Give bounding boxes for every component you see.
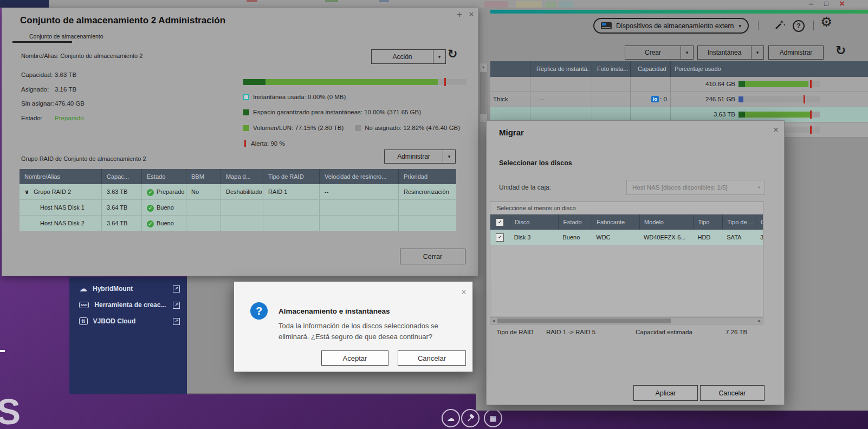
col-header[interactable]: Tipo de ...: [722, 214, 756, 230]
col-header[interactable]: Capacidad: [638, 66, 669, 72]
cell-replica: --: [540, 96, 545, 102]
raid-manage-button[interactable]: Administrar ▾: [384, 150, 456, 164]
raid-manage-label: Administrar: [385, 153, 443, 160]
refresh-icon[interactable]: ↻: [448, 47, 457, 61]
tab-storage-pool[interactable]: Conjunto de almacenamiento: [29, 33, 103, 40]
table-row[interactable]: ✓Disk 3BuenoWDCWD40EFZX-6...HDDSATA3.: [490, 230, 763, 245]
table-cell: ✓Bueno: [142, 200, 186, 215]
legend-label: Espacio garantizado para instantáneas: 1…: [253, 109, 421, 115]
snapshot-button[interactable]: Instantánea ▾: [697, 46, 764, 60]
col-header[interactable]: BBM: [186, 169, 221, 184]
close-icon[interactable]: ×: [773, 125, 779, 134]
usage-bar: [739, 112, 820, 118]
external-link-icon[interactable]: ↗: [173, 285, 180, 292]
pool-usage-bar: [243, 79, 467, 85]
migrate-title: Migrar: [499, 128, 524, 137]
col-header[interactable]: Tipo: [693, 214, 722, 230]
table-row[interactable]: Host NAS Disk 13.64 TB✓Bueno: [20, 200, 456, 216]
enclosure-label: Unidad de la caja:: [499, 184, 551, 191]
expand-chevron-icon[interactable]: ∨: [24, 188, 29, 195]
alert-swatch: [244, 140, 246, 147]
col-header[interactable]: Modelo: [639, 214, 694, 230]
pool-admin-dialog: + × Conjunto de almacenamiento 2 Adminis…: [2, 8, 478, 276]
window-maximize-button[interactable]: □: [824, 0, 828, 8]
close-button[interactable]: Cerrar: [400, 249, 465, 264]
table-cell: Resincronización: [399, 184, 456, 199]
col-header[interactable]: Ca...: [756, 214, 763, 230]
stat-value: 3.16 TB: [55, 86, 76, 93]
add-tab-icon[interactable]: +: [457, 9, 462, 20]
col-header[interactable]: Prioridad: [399, 169, 456, 184]
sidebar-item-herramienta-de-creac-[interactable]: SSDHerramienta de creac...↗: [79, 298, 180, 312]
cell-capacity: 3.63 TB: [681, 111, 735, 118]
col-header[interactable]: Estado: [558, 214, 592, 230]
cloud-icon[interactable]: ☁: [442, 409, 460, 427]
col-header[interactable]: Nombre/Alias: [20, 169, 102, 184]
snapshot-label: Instantánea: [698, 49, 751, 56]
col-header[interactable]: Mapa d...: [221, 169, 263, 184]
cancel-button[interactable]: Cancelar: [700, 385, 765, 401]
chevron-down-icon: ▾: [443, 150, 455, 163]
external-devices-button[interactable]: Dispositivos de almacenamiento externos …: [593, 18, 749, 34]
scroll-up-icon[interactable]: ▲: [480, 63, 487, 71]
external-link-icon[interactable]: ↗: [173, 318, 180, 325]
cursor-dash: [0, 350, 5, 352]
app-sidebar: ☁HybridMount↗SSDHerramienta de creac...↗…: [69, 277, 187, 394]
scrollbar-thumb[interactable]: [497, 318, 671, 323]
col-header[interactable]: Fabricante: [592, 214, 639, 230]
horizontal-scrollbar[interactable]: ◄ ►: [490, 317, 763, 324]
magic-wand-icon[interactable]: [773, 18, 786, 34]
table-row[interactable]: Thick--Io : 0246.51 GB: [490, 92, 868, 107]
create-button[interactable]: Crear ▾: [625, 46, 694, 60]
sidebar-item-hybridmount[interactable]: ☁HybridMount↗: [79, 282, 180, 296]
col-header[interactable]: Porcentaje usado: [675, 66, 721, 72]
col-header[interactable]: Tipo de RAID: [263, 169, 320, 184]
help-icon[interactable]: ?: [793, 20, 805, 32]
unallocated-swatch: [355, 125, 361, 131]
apply-button[interactable]: Aplicar: [633, 385, 698, 401]
external-link-icon[interactable]: ↗: [173, 302, 180, 309]
table-cell: RAID 1: [263, 184, 320, 199]
table-row[interactable]: 410.64 GB: [490, 77, 868, 92]
cancel-button[interactable]: Cancelar: [398, 350, 466, 366]
col-header[interactable]: Disco: [510, 214, 559, 230]
table-cell: WDC: [592, 230, 639, 245]
action-button[interactable]: Acción ▾: [371, 49, 446, 64]
col-header[interactable]: Réplica de instantá...: [536, 66, 590, 72]
stat-label: Asignado:: [21, 86, 55, 93]
scrollbar-thumb[interactable]: [480, 72, 487, 114]
manage-button[interactable]: Administrar: [768, 46, 824, 60]
scroll-right-icon[interactable]: ►: [757, 318, 762, 323]
scroll-left-icon[interactable]: ◄: [491, 318, 496, 323]
table-row[interactable]: Host NAS Disk 23.64 TB✓Bueno: [20, 216, 456, 231]
col-header[interactable]: Foto insta...: [597, 66, 629, 72]
col-header[interactable]: Velocidad de resincro...: [320, 169, 399, 184]
stat-row: Sin asignar:476.40 GB: [21, 100, 85, 107]
usage-bar: [739, 81, 820, 87]
col-header[interactable]: Estado: [142, 169, 186, 184]
table-cell: Host NAS Disk 1: [20, 200, 102, 215]
sidebar-item-vjbod-cloud[interactable]: ⇅VJBOD Cloud↗: [79, 314, 180, 328]
refresh-icon[interactable]: ↻: [835, 43, 846, 58]
table-cell: Disk 3: [510, 230, 559, 245]
bar-segment: [739, 112, 745, 118]
pool-name-line: Nombre/Alias: Conjunto de almacenamiento…: [21, 53, 142, 59]
window-minimize-button[interactable]: –: [809, 0, 813, 8]
enclosure-select[interactable]: Host NAS [discos disponibles: 1/5] ▾: [626, 180, 765, 195]
close-icon[interactable]: ×: [461, 287, 467, 298]
close-icon[interactable]: ×: [469, 10, 474, 19]
gear-icon[interactable]: ⚙: [820, 14, 832, 30]
col-header[interactable]: Capac...: [102, 169, 142, 184]
dialog-divider: [487, 146, 784, 146]
legend-label: No asignado: 12.82% (476.40 GB): [365, 125, 460, 131]
app-grid-icon[interactable]: ▦: [484, 409, 502, 427]
chevron-down-icon: ▾: [751, 46, 763, 59]
vertical-scrollbar[interactable]: ▲: [479, 63, 488, 122]
bar-segment: [265, 79, 438, 85]
taskbar-block: [559, 1, 573, 8]
hammer-icon[interactable]: [461, 409, 480, 427]
select-all-checkbox[interactable]: ✓: [496, 218, 504, 226]
disk-checkbox[interactable]: ✓: [496, 233, 504, 242]
table-row[interactable]: ∨Grupo RAID 23.63 TB✓PreparadoNoDeshabil…: [20, 184, 456, 200]
accept-button[interactable]: Aceptar: [321, 350, 388, 366]
